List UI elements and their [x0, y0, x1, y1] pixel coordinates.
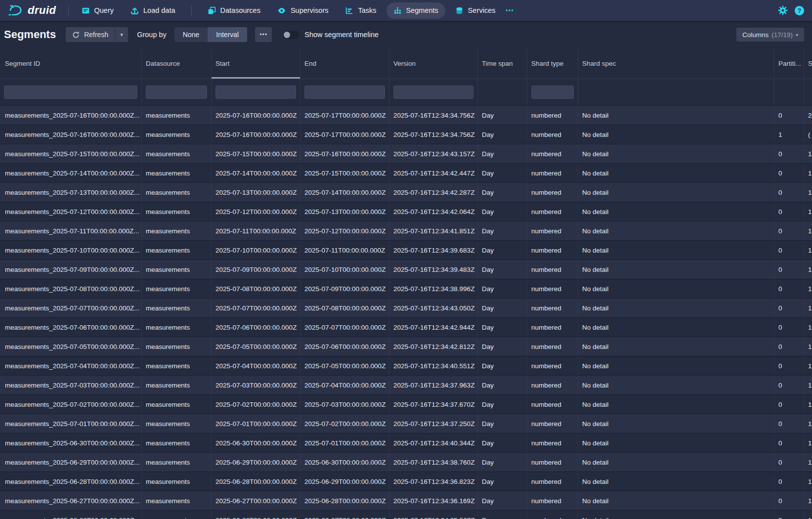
cell-s[interactable]: 2 — [804, 106, 812, 125]
cell-start[interactable]: 2025-06-27T00:00:00.000Z — [212, 491, 300, 510]
cell-end[interactable]: 2025-07-03T00:00:00.000Z — [300, 395, 389, 414]
cell-shard-type[interactable]: numbered — [527, 491, 578, 510]
nav-item-services[interactable]: Services — [448, 2, 503, 19]
cell-shard-type[interactable]: numbered — [527, 279, 578, 298]
cell-datasource[interactable]: measurements — [142, 453, 212, 472]
cell-version[interactable]: 2025-07-16T12:34:43.157Z — [389, 144, 478, 163]
segment-timeline-toggle[interactable] — [283, 31, 299, 39]
cell-partiti[interactable]: 0 — [774, 183, 804, 202]
cell-partiti[interactable]: 0 — [774, 241, 804, 260]
cell-end[interactable]: 2025-07-10T00:00:00.000Z — [300, 260, 389, 279]
settings-gear-icon[interactable] — [778, 5, 788, 15]
cell-version[interactable]: 2025-07-16T12:34:42.287Z — [389, 183, 478, 202]
cell-segment-id[interactable]: measurements_2025-06-26T00:00:00.000Z... — [0, 511, 142, 519]
cell-shard-spec[interactable]: No detail — [578, 183, 774, 202]
cell-segment-id[interactable]: measurements_2025-07-05T00:00:00.000Z... — [0, 337, 142, 356]
cell-time-span[interactable]: Day — [478, 395, 527, 414]
cell-segment-id[interactable]: measurements_2025-07-12T00:00:00.000Z... — [0, 202, 142, 221]
cell-s[interactable]: 1 — [804, 491, 812, 510]
cell-shard-type[interactable]: numbered — [527, 221, 578, 240]
cell-time-span[interactable]: Day — [478, 183, 527, 202]
cell-version[interactable]: 2025-07-16T12:34:37.250Z — [389, 414, 478, 433]
cell-end[interactable]: 2025-06-30T00:00:00.000Z — [300, 453, 389, 472]
cell-end[interactable]: 2025-06-29T00:00:00.000Z — [300, 472, 389, 491]
column-header-s[interactable]: S — [804, 48, 812, 79]
cell-version[interactable]: 2025-07-16T12:34:38.996Z — [389, 279, 478, 298]
cell-shard-spec[interactable]: No detail — [578, 337, 774, 356]
cell-datasource[interactable]: measurements — [142, 433, 212, 452]
cell-s[interactable]: 1 — [804, 183, 812, 202]
cell-shard-spec[interactable]: No detail — [578, 376, 774, 394]
cell-version[interactable]: 2025-07-16T12:34:43.050Z — [389, 299, 478, 317]
cell-datasource[interactable]: measurements — [142, 260, 212, 279]
filter-input-start[interactable] — [215, 86, 296, 99]
cell-shard-type[interactable]: numbered — [527, 202, 578, 221]
refresh-button[interactable]: Refresh — [66, 27, 115, 42]
cell-time-span[interactable]: Day — [478, 202, 527, 221]
cell-time-span[interactable]: Day — [478, 433, 527, 452]
cell-segment-id[interactable]: measurements_2025-07-01T00:00:00.000Z... — [0, 414, 142, 433]
cell-shard-type[interactable]: numbered — [527, 472, 578, 491]
cell-time-span[interactable]: Day — [478, 106, 527, 125]
cell-shard-spec[interactable]: No detail — [578, 279, 774, 298]
cell-shard-type[interactable]: numbered — [527, 106, 578, 125]
cell-partiti[interactable]: 0 — [774, 433, 804, 452]
column-header-end[interactable]: End — [300, 48, 389, 79]
cell-datasource[interactable]: measurements — [142, 472, 212, 491]
cell-partiti[interactable]: 0 — [774, 453, 804, 472]
cell-s[interactable]: 1 — [804, 414, 812, 433]
cell-start[interactable]: 2025-07-16T00:00:00.000Z — [212, 106, 300, 125]
cell-s[interactable]: 1 — [804, 318, 812, 337]
cell-shard-spec[interactable]: No detail — [578, 453, 774, 472]
cell-segment-id[interactable]: measurements_2025-06-27T00:00:00.000Z... — [0, 491, 142, 510]
cell-time-span[interactable]: Day — [478, 318, 527, 337]
filter-input-version[interactable] — [393, 86, 473, 99]
cell-partiti[interactable]: 0 — [774, 299, 804, 317]
cell-partiti[interactable]: 0 — [774, 511, 804, 519]
cell-time-span[interactable]: Day — [478, 453, 527, 472]
cell-version[interactable]: 2025-07-16T12:34:37.963Z — [389, 376, 478, 394]
cell-shard-type[interactable]: numbered — [527, 144, 578, 163]
cell-shard-spec[interactable]: No detail — [578, 299, 774, 317]
cell-time-span[interactable]: Day — [478, 356, 527, 375]
cell-s[interactable]: 1 — [804, 511, 812, 519]
cell-partiti[interactable]: 0 — [774, 318, 804, 337]
cell-time-span[interactable]: Day — [478, 279, 527, 298]
cell-segment-id[interactable]: measurements_2025-07-07T00:00:00.000Z... — [0, 299, 142, 317]
cell-s[interactable]: 1 — [804, 279, 812, 298]
cell-time-span[interactable]: Day — [478, 164, 527, 182]
cell-datasource[interactable]: measurements — [142, 337, 212, 356]
cell-version[interactable]: 2025-07-16T12:34:39.483Z — [389, 260, 478, 279]
cell-shard-spec[interactable]: No detail — [578, 106, 774, 125]
cell-partiti[interactable]: 0 — [774, 164, 804, 182]
cell-start[interactable]: 2025-06-29T00:00:00.000Z — [212, 453, 300, 472]
cell-segment-id[interactable]: measurements_2025-06-28T00:00:00.000Z... — [0, 472, 142, 491]
cell-shard-type[interactable]: numbered — [527, 183, 578, 202]
cell-version[interactable]: 2025-07-16T12:34:34.756Z — [389, 125, 478, 144]
cell-partiti[interactable]: 0 — [774, 395, 804, 414]
column-header-time-span[interactable]: Time span — [478, 48, 527, 79]
cell-s[interactable]: 1 — [804, 433, 812, 452]
cell-partiti[interactable]: 0 — [774, 106, 804, 125]
cell-shard-spec[interactable]: No detail — [578, 202, 774, 221]
cell-shard-spec[interactable]: No detail — [578, 260, 774, 279]
cell-end[interactable]: 2025-07-13T00:00:00.000Z — [300, 202, 389, 221]
cell-end[interactable]: 2025-07-07T00:00:00.000Z — [300, 318, 389, 337]
cell-shard-type[interactable]: numbered — [527, 241, 578, 260]
cell-time-span[interactable]: Day — [478, 376, 527, 394]
cell-shard-spec[interactable]: No detail — [578, 144, 774, 163]
cell-s[interactable]: 1 — [804, 376, 812, 394]
cell-start[interactable]: 2025-07-15T00:00:00.000Z — [212, 144, 300, 163]
cell-start[interactable]: 2025-07-09T00:00:00.000Z — [212, 260, 300, 279]
cell-partiti[interactable]: 0 — [774, 337, 804, 356]
cell-segment-id[interactable]: measurements_2025-07-14T00:00:00.000Z... — [0, 164, 142, 182]
cell-s[interactable]: 1 — [804, 164, 812, 182]
cell-shard-spec[interactable]: No detail — [578, 356, 774, 375]
cell-end[interactable]: 2025-07-01T00:00:00.000Z — [300, 433, 389, 452]
cell-start[interactable]: 2025-07-13T00:00:00.000Z — [212, 183, 300, 202]
cell-end[interactable]: 2025-06-28T00:00:00.000Z — [300, 491, 389, 510]
nav-item-query[interactable]: Query — [75, 2, 121, 19]
cell-version[interactable]: 2025-07-16T12:34:42.064Z — [389, 202, 478, 221]
column-header-datasource[interactable]: Datasource — [142, 48, 212, 79]
cell-datasource[interactable]: measurements — [142, 356, 212, 375]
